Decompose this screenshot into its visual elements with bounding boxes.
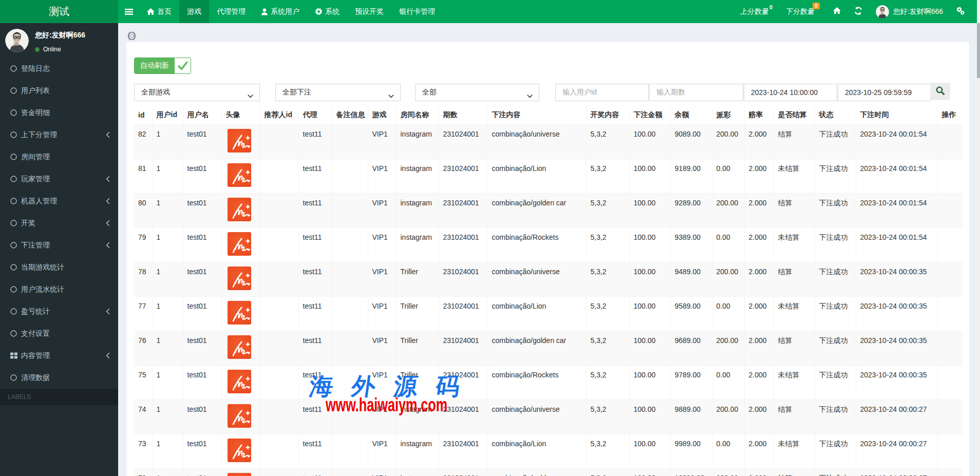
caret-down-icon bbox=[388, 91, 394, 100]
scrollbar-thumb[interactable] bbox=[977, 23, 980, 78]
sidebar-item-11[interactable]: 用户流水统计 bbox=[0, 278, 118, 300]
cell-avatar bbox=[221, 193, 260, 227]
bet-filter-select[interactable]: 全部下注 bbox=[275, 84, 401, 101]
cell-balance: 9989.00 bbox=[670, 434, 712, 468]
cell-bet-content: combinação/universe bbox=[487, 124, 586, 159]
cell-bet-amount: 100.00 bbox=[629, 434, 670, 468]
sidebar-item-12[interactable]: 盈亏统计 bbox=[0, 300, 118, 322]
status-filter-select[interactable]: 全部 bbox=[415, 84, 539, 101]
cell-remark bbox=[332, 434, 368, 468]
settings-link[interactable] bbox=[950, 0, 972, 23]
cell-agent: test11 bbox=[298, 193, 332, 227]
cell-room: instagram bbox=[396, 227, 439, 262]
col-header-19: 下注时间 bbox=[856, 106, 937, 124]
game-filter-select[interactable]: 全部游戏 bbox=[134, 84, 260, 101]
score-down-link[interactable]: 下分数量0 bbox=[779, 0, 826, 23]
table-row: 751test01test11VIP1Triller231024001combi… bbox=[134, 365, 963, 399]
sidebar-item-2[interactable]: 用户列表 bbox=[0, 80, 118, 102]
search-button[interactable] bbox=[930, 83, 950, 100]
cell-username: test01 bbox=[183, 296, 221, 331]
sidebar-item-15[interactable]: 清理数据 bbox=[0, 367, 118, 389]
sidebar-item-3[interactable]: 资金明细 bbox=[0, 102, 118, 124]
cell-user-id: 1 bbox=[152, 399, 183, 434]
nav-item-7[interactable]: 银行卡管理 bbox=[391, 0, 443, 23]
cell-room: instagram bbox=[396, 193, 439, 227]
page-scrollbar[interactable] bbox=[977, 0, 980, 476]
sidebar-item-13[interactable]: 支付设置 bbox=[0, 322, 118, 345]
cell-period: 231024001 bbox=[439, 296, 487, 331]
cell-draw-content: 5,3,2 bbox=[586, 227, 629, 262]
brand-logo[interactable]: 测试 bbox=[0, 0, 118, 23]
date-from-input[interactable]: 2023-10-24 10:00:00 bbox=[744, 84, 837, 101]
cell-username: test01 bbox=[183, 399, 221, 434]
sidebar-item-10[interactable]: 当期游戏统计 bbox=[0, 256, 118, 278]
sidebar-item-14[interactable]: 内容管理 bbox=[0, 345, 118, 367]
home-shortcut-link[interactable] bbox=[826, 0, 847, 23]
sidebar-toggle-button[interactable] bbox=[118, 0, 139, 23]
circle-icon bbox=[10, 176, 17, 182]
cell-bet-content: combinação/Rockets bbox=[487, 365, 586, 399]
cell-remark bbox=[332, 159, 368, 193]
nav-item-1[interactable]: 首页 bbox=[139, 0, 179, 23]
online-dot-icon bbox=[35, 47, 40, 52]
user-menu[interactable]: 您好:发财啊666 bbox=[869, 0, 950, 23]
cell-period: 231024001 bbox=[439, 331, 487, 365]
col-header-9: 房间名称 bbox=[396, 106, 439, 124]
cell-draw-content: 5,3,2 bbox=[586, 159, 629, 193]
top-navbar: 测试 首页游戏代理管理系统用户系统预设开奖银行卡管理 上分数量0下分数量0您好:… bbox=[0, 0, 977, 23]
col-header-4: 头像 bbox=[221, 106, 260, 124]
sidebar-item-label: 下注管理 bbox=[21, 241, 50, 250]
cell-bet-time: 2023-10-24 00:00:35 bbox=[856, 296, 937, 331]
cell-room: Triller bbox=[396, 262, 439, 296]
refresh-link[interactable] bbox=[847, 0, 869, 23]
cell-room: instagram bbox=[396, 468, 439, 476]
sidebar-item-5[interactable]: 房间管理 bbox=[0, 146, 118, 168]
cell-username: test01 bbox=[183, 159, 221, 193]
date-to-input[interactable]: 2023-10-25 09:59:59 bbox=[838, 84, 931, 101]
sidebar-item-label: 内容管理 bbox=[21, 351, 50, 360]
cell-balance: 9289.00 bbox=[670, 193, 712, 227]
nav-item-2[interactable]: 游戏 bbox=[179, 0, 209, 23]
sidebar-item-label: 开奖 bbox=[21, 219, 35, 228]
cell-bet-time: 2023-10-24 00:00:35 bbox=[856, 262, 937, 296]
cell-action bbox=[937, 434, 963, 468]
sidebar-item-7[interactable]: 机器人管理 bbox=[0, 190, 118, 212]
cell-action bbox=[937, 331, 963, 365]
nav-item-4[interactable]: 系统用户 bbox=[253, 0, 307, 23]
sidebar-item-8[interactable]: 开奖 bbox=[0, 212, 118, 234]
cell-status: 下注成功 bbox=[815, 159, 856, 193]
sidebar-item-4[interactable]: 上下分管理 bbox=[0, 124, 118, 146]
cell-balance: 9789.00 bbox=[670, 365, 712, 399]
nav-item-5[interactable]: 系统 bbox=[307, 0, 347, 23]
period-input[interactable]: 输入期数 bbox=[649, 84, 743, 101]
sidebar-item-9[interactable]: 下注管理 bbox=[0, 234, 118, 256]
cell-action bbox=[937, 468, 963, 476]
cell-avatar bbox=[221, 468, 260, 476]
cell-odds: 2.000 bbox=[744, 296, 774, 331]
cell-balance: 10089.00 bbox=[670, 468, 712, 476]
col-header-11: 下注内容 bbox=[487, 106, 586, 124]
cell-settled: 结算 bbox=[774, 124, 815, 159]
cell-odds: 2.000 bbox=[744, 193, 774, 227]
circle-icon bbox=[10, 330, 17, 337]
nav-item-3[interactable]: 代理管理 bbox=[209, 0, 253, 23]
score-up-link[interactable]: 上分数量0 bbox=[733, 0, 779, 23]
sidebar-item-1[interactable]: 登陆日志 bbox=[0, 58, 118, 80]
user-id-input[interactable]: 输入用户id bbox=[555, 84, 649, 101]
cell-odds: 2.000 bbox=[744, 124, 774, 159]
user-icon bbox=[261, 8, 268, 15]
cell-period: 231024001 bbox=[439, 159, 487, 193]
meplus-logo bbox=[228, 266, 251, 290]
user-status: Online bbox=[35, 46, 85, 53]
meplus-logo bbox=[228, 335, 251, 359]
cell-bet-content: combinação/Lion bbox=[487, 434, 586, 468]
gear-icon bbox=[315, 8, 323, 15]
cell-remark bbox=[332, 124, 368, 159]
circle-icon bbox=[10, 109, 17, 116]
cell-bet-amount: 100.00 bbox=[629, 159, 670, 193]
auto-refresh-checkbox[interactable] bbox=[175, 58, 191, 73]
auto-refresh-toggle[interactable]: 自动刷新 bbox=[134, 58, 191, 74]
nav-item-6[interactable]: 预设开奖 bbox=[347, 0, 391, 23]
sidebar-item-6[interactable]: 玩家管理 bbox=[0, 168, 118, 190]
main-panel: 自动刷新 全部游戏全部下注全部输入用户id输入期数2023-10-24 10:0… bbox=[126, 42, 970, 476]
